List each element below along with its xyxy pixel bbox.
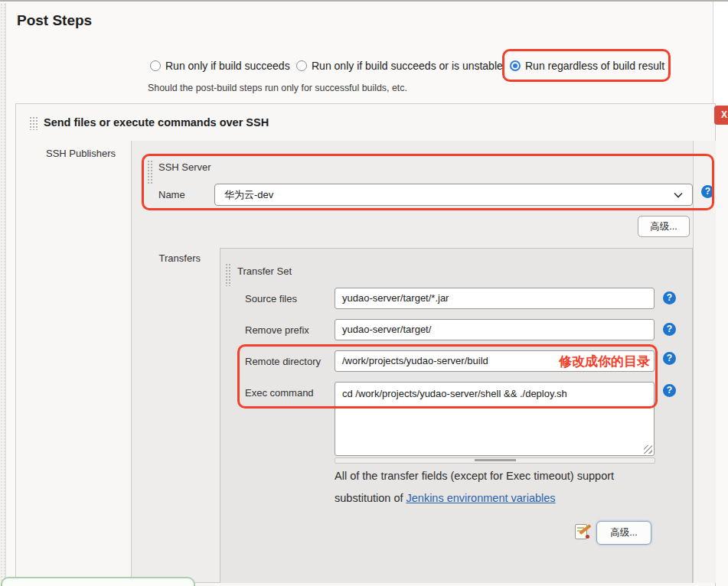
- ssh-server-name-value: 华为云-dev: [224, 188, 273, 202]
- help-icon[interactable]: ?: [663, 384, 676, 397]
- drag-handle-icon[interactable]: [225, 263, 232, 286]
- edit-note-icon[interactable]: [575, 523, 591, 540]
- help-icon[interactable]: ?: [663, 291, 676, 304]
- drag-handle-icon[interactable]: [29, 116, 38, 130]
- radio-circle-icon[interactable]: [150, 60, 161, 71]
- jenkins-env-vars-link[interactable]: Jenkins environment variables: [406, 492, 556, 504]
- source-files-label: Source files: [245, 293, 297, 304]
- pencil-tip: [586, 535, 589, 539]
- close-step-button[interactable]: X: [714, 106, 728, 125]
- chevron-down-icon: [674, 192, 683, 198]
- radio-run-if-succeeds[interactable]: [150, 60, 161, 74]
- transfer-set-title: Transfer Set: [237, 265, 292, 277]
- drag-handle-icon[interactable]: [147, 160, 153, 184]
- help-icon[interactable]: ?: [701, 185, 714, 198]
- content-right-edge: [713, 2, 728, 103]
- radio-checked-icon[interactable]: [510, 60, 521, 71]
- radio-run-if-unstable[interactable]: [296, 60, 307, 74]
- remove-prefix-input[interactable]: yudao-server/target/: [335, 319, 655, 340]
- ssh-server-name-select[interactable]: 华为云-dev: [214, 184, 693, 206]
- radio-label-run-if-succeeds[interactable]: Run only if build succeeds: [165, 60, 290, 72]
- remove-prefix-label: Remove prefix: [245, 324, 309, 336]
- tooltip-popup-top: [1, 577, 195, 586]
- help-icon[interactable]: ?: [663, 352, 676, 365]
- advanced-button-server[interactable]: 高级...: [638, 216, 690, 237]
- transfers-label: Transfers: [156, 252, 201, 264]
- panel-right-strip: [693, 141, 716, 583]
- radio-circle-icon[interactable]: [296, 60, 307, 71]
- left-texture-strip: [0, 3, 6, 586]
- radio-label-run-regardless[interactable]: Run regardless of build result: [525, 60, 664, 72]
- exec-command-textarea[interactable]: cd /work/projects/yudao-server/shell && …: [335, 382, 655, 456]
- radio-label-run-if-unstable[interactable]: Run only if build succeeds or is unstabl…: [312, 60, 503, 72]
- post-steps-help-text: Should the post-build steps run only for…: [148, 83, 407, 93]
- note-line2-prefix: substitution of: [335, 492, 406, 504]
- page-title: Post Steps: [17, 12, 92, 29]
- step-title: Send files or execute commands over SSH: [44, 116, 269, 129]
- name-label: Name: [158, 189, 185, 200]
- ssh-publishers-label: SSH Publishers: [46, 148, 116, 159]
- help-icon[interactable]: ?: [663, 323, 676, 336]
- exec-command-label: Exec command: [245, 387, 314, 399]
- ssh-server-title: SSH Server: [158, 161, 211, 173]
- drag-bar-grip-icon: [475, 459, 516, 461]
- source-files-input[interactable]: yudao-server/target/*.jar: [335, 288, 655, 309]
- transfer-note-line2: substitution of Jenkins environment vari…: [335, 492, 556, 504]
- textarea-resize-grip-icon[interactable]: [644, 445, 652, 454]
- transfer-note-line1: All of the transfer fields (except for E…: [335, 470, 614, 482]
- advanced-button-transfer[interactable]: 高级...: [596, 521, 651, 545]
- remote-directory-label: Remote directory: [245, 356, 321, 367]
- post-steps-page: Post Steps Run only if build succeeds Ru…: [0, 0, 728, 586]
- radio-run-regardless[interactable]: [510, 60, 521, 74]
- remote-directory-annotation: 修改成你的目录: [490, 353, 650, 370]
